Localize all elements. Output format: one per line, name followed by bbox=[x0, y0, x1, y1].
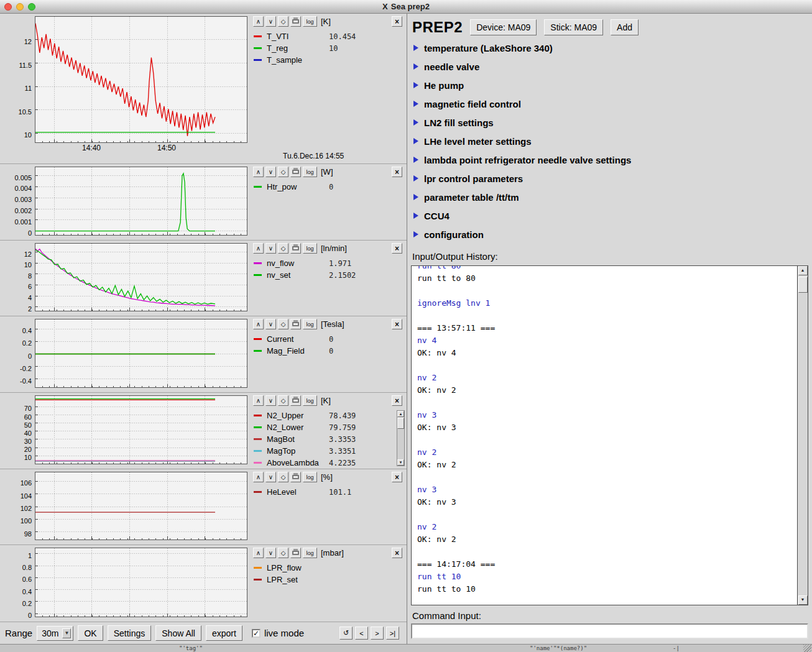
chart-close-button[interactable]: × bbox=[392, 395, 402, 406]
chart-close-button[interactable]: × bbox=[392, 16, 402, 27]
chart-plot-area[interactable] bbox=[35, 395, 247, 469]
section-item-lambda-point-refrigerator-needle-valve-s[interactable]: lambda point refrigerator needle valve s… bbox=[407, 150, 812, 169]
device-button[interactable]: Device: MA09 bbox=[470, 19, 537, 35]
ok-button[interactable]: OK bbox=[78, 625, 103, 641]
scale-up-button[interactable]: ∧ bbox=[253, 243, 264, 254]
zoom-reset-button[interactable]: ◇ bbox=[278, 472, 288, 482]
expand-triangle-icon[interactable] bbox=[413, 101, 418, 107]
zoom-reset-button[interactable]: ◇ bbox=[278, 548, 288, 558]
chart-canvas[interactable] bbox=[35, 16, 247, 143]
zoom-window-button[interactable] bbox=[28, 3, 35, 11]
section-item-ln2-fill-settings[interactable]: LN2 fill settings bbox=[407, 113, 812, 132]
expand-triangle-icon[interactable] bbox=[413, 213, 418, 219]
chart-canvas[interactable] bbox=[35, 395, 247, 464]
section-item-parameter-table-tt-tm[interactable]: parameter table /tt/tm bbox=[407, 188, 812, 206]
io-history-box[interactable]: run tt 80run tt to 80 ignoreMsg lnv 1 ==… bbox=[411, 265, 808, 605]
live-mode-checkbox[interactable]: ✓ bbox=[252, 629, 261, 638]
chart-canvas[interactable] bbox=[35, 319, 247, 388]
expand-triangle-icon[interactable] bbox=[413, 231, 418, 237]
scale-up-button[interactable]: ∧ bbox=[253, 548, 264, 558]
chart-plot-area[interactable]: 14:4014:50 bbox=[35, 16, 247, 163]
page-left-button[interactable]: < bbox=[355, 627, 368, 640]
chart-canvas[interactable] bbox=[35, 167, 247, 236]
zoom-reset-button[interactable]: ◇ bbox=[278, 319, 288, 329]
scale-up-button[interactable]: ∧ bbox=[253, 167, 264, 177]
scale-up-button[interactable]: ∧ bbox=[253, 472, 264, 482]
scale-down-button[interactable]: ∨ bbox=[265, 548, 276, 558]
scroll-up-arrow[interactable]: ▲ bbox=[798, 266, 808, 275]
zoom-reset-button[interactable]: ◇ bbox=[278, 167, 288, 177]
scale-down-button[interactable]: ∨ bbox=[265, 395, 276, 406]
scale-down-button[interactable]: ∨ bbox=[265, 167, 276, 177]
page-right-button[interactable]: > bbox=[371, 627, 384, 640]
chart-close-button[interactable]: × bbox=[392, 243, 402, 254]
expand-triangle-icon[interactable] bbox=[413, 194, 418, 200]
history-scrollbar[interactable]: ▲ ▼ bbox=[797, 266, 808, 605]
zoom-reset-button[interactable]: ◇ bbox=[278, 395, 288, 406]
zoom-reset-button[interactable]: ◇ bbox=[278, 243, 288, 254]
print-button[interactable] bbox=[290, 16, 301, 27]
show-all-button[interactable]: Show All bbox=[155, 625, 201, 641]
section-item-lhe-level-meter-settings[interactable]: LHe level meter settings bbox=[407, 132, 812, 150]
expand-triangle-icon[interactable] bbox=[413, 63, 418, 70]
chart-plot-area[interactable] bbox=[35, 319, 247, 392]
scale-up-button[interactable]: ∧ bbox=[253, 395, 264, 406]
section-item-lpr-control-parameters[interactable]: lpr control parameters bbox=[407, 169, 812, 188]
log-scale-button[interactable]: log bbox=[303, 167, 317, 177]
live-mode-toggle[interactable]: ✓ live mode bbox=[252, 628, 304, 638]
chart-plot-area[interactable] bbox=[35, 472, 247, 544]
expand-triangle-icon[interactable] bbox=[413, 138, 418, 144]
export-button[interactable]: export bbox=[206, 625, 242, 641]
scale-up-button[interactable]: ∧ bbox=[253, 319, 264, 329]
close-window-button[interactable] bbox=[4, 3, 12, 11]
print-button[interactable] bbox=[290, 472, 301, 482]
zoom-reset-button[interactable]: ◇ bbox=[278, 16, 288, 27]
log-scale-button[interactable]: log bbox=[303, 243, 317, 254]
settings-button[interactable]: Settings bbox=[108, 625, 152, 641]
scale-down-button[interactable]: ∨ bbox=[265, 16, 276, 27]
chart-close-button[interactable]: × bbox=[392, 548, 402, 558]
section-item-configuration[interactable]: configuration bbox=[407, 225, 812, 244]
expand-triangle-icon[interactable] bbox=[413, 157, 418, 163]
chart-close-button[interactable]: × bbox=[392, 472, 402, 482]
expand-triangle-icon[interactable] bbox=[413, 119, 418, 126]
print-button[interactable] bbox=[290, 395, 301, 406]
log-scale-button[interactable]: log bbox=[303, 16, 317, 27]
stick-button[interactable]: Stick: MA09 bbox=[544, 19, 603, 35]
log-scale-button[interactable]: log bbox=[303, 319, 317, 329]
log-scale-button[interactable]: log bbox=[303, 395, 317, 406]
scroll-thumb[interactable] bbox=[798, 277, 808, 293]
minimize-window-button[interactable] bbox=[16, 3, 24, 11]
print-button[interactable] bbox=[290, 243, 301, 254]
chart-close-button[interactable]: × bbox=[392, 319, 402, 329]
scroll-up-arrow[interactable]: ▲ bbox=[397, 411, 404, 417]
scroll-down-arrow[interactable]: ▼ bbox=[397, 459, 404, 466]
jump-latest-button[interactable]: >| bbox=[386, 627, 399, 640]
scale-up-button[interactable]: ∧ bbox=[253, 16, 264, 27]
chart-canvas[interactable] bbox=[35, 243, 247, 311]
section-item-needle-valve[interactable]: needle valve bbox=[407, 57, 812, 76]
expand-triangle-icon[interactable] bbox=[413, 175, 418, 181]
chart-plot-area[interactable] bbox=[35, 167, 247, 240]
scroll-down-arrow[interactable]: ▼ bbox=[798, 595, 808, 605]
jump-back-button[interactable]: ↺ bbox=[339, 627, 353, 640]
print-button[interactable] bbox=[290, 548, 301, 558]
resize-grip[interactable] bbox=[803, 645, 811, 652]
scale-down-button[interactable]: ∨ bbox=[265, 319, 276, 329]
add-button[interactable]: Add bbox=[611, 19, 639, 35]
chart-close-button[interactable]: × bbox=[392, 167, 402, 177]
chart-plot-area[interactable] bbox=[35, 548, 247, 622]
log-scale-button[interactable]: log bbox=[303, 472, 317, 482]
scale-down-button[interactable]: ∨ bbox=[265, 243, 276, 254]
expand-triangle-icon[interactable] bbox=[413, 82, 418, 88]
section-item-temperature-lakeshore-340[interactable]: temperature (LakeShore 340) bbox=[407, 39, 812, 57]
section-item-he-pump[interactable]: He pump bbox=[407, 76, 812, 94]
scale-down-button[interactable]: ∨ bbox=[265, 472, 276, 482]
legend-scrollbar[interactable]: ▲▼ bbox=[397, 410, 405, 466]
expand-triangle-icon[interactable] bbox=[413, 45, 418, 51]
print-button[interactable] bbox=[290, 319, 301, 329]
section-item-magnetic-field-control[interactable]: magnetic field control bbox=[407, 94, 812, 113]
section-item-ccu4[interactable]: CCU4 bbox=[407, 206, 812, 225]
print-button[interactable] bbox=[290, 167, 301, 177]
command-input[interactable] bbox=[411, 623, 808, 639]
